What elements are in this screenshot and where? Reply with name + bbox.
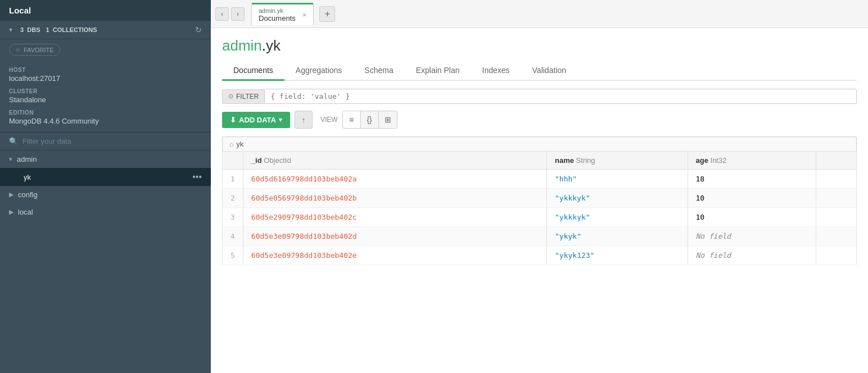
tab-aggregations[interactable]: Aggregations (284, 61, 354, 81)
connection-title: Local (0, 0, 211, 21)
table-row: 560d5e3e09798dd103beb402e"ykyk123"No fie… (223, 246, 857, 265)
star-icon: ☆ (15, 46, 21, 53)
filter-bar: ⊙ FILTER (222, 89, 857, 104)
cluster-row: CLUSTER Standalone (9, 88, 202, 104)
name-cell: "ykyk" (547, 227, 688, 246)
connection-info: HOST localhost:27017 CLUSTER Standalone … (0, 60, 211, 133)
extra-cell (816, 170, 856, 189)
content-area: admin.yk Documents Aggregations Schema E… (211, 28, 868, 373)
home-icon: ⌂ (229, 140, 233, 148)
extra-cell (816, 189, 856, 208)
nav-tabs: Documents Aggregations Schema Explain Pl… (222, 61, 857, 81)
name-column-header: name String (547, 152, 688, 170)
name-cell: "ykkkyk" (547, 208, 688, 227)
age-cell: No field (688, 246, 816, 265)
forward-button[interactable]: › (231, 7, 245, 21)
table-row: 360d5e2909798dd103beb402c"ykkkyk"10 (223, 208, 857, 227)
name-cell: "ykkkyk" (547, 189, 688, 208)
chevron-right-icon: ▶ (9, 208, 13, 216)
row-number: 4 (223, 227, 243, 246)
active-tab[interactable]: admin.yk Documents × (251, 3, 314, 25)
documents-table: _id ObjectId name String age Int32 160d5… (222, 151, 857, 265)
search-icon: 🔍 (9, 137, 18, 145)
table-view-button[interactable]: ⊞ (379, 111, 397, 128)
table-row: 460d5e3e09798dd103beb402d"ykyk"No field (223, 227, 857, 246)
filter-button[interactable]: ⊙ FILTER (222, 89, 265, 104)
host-row: HOST localhost:27017 (9, 67, 202, 83)
tab-explain-plan[interactable]: Explain Plan (405, 61, 471, 81)
sidebar: Local ▾ 3 DBS 1 COLLECTIONS ↻ ☆ FAVORITE… (0, 0, 211, 373)
id-cell[interactable]: 60d5e3e09798dd103beb402e (243, 246, 546, 265)
more-icon[interactable]: ••• (192, 172, 202, 182)
row-number: 3 (223, 208, 243, 227)
list-view-button[interactable]: ≡ (343, 111, 361, 128)
filter-icon: ⊙ (228, 93, 233, 100)
id-cell[interactable]: 60d5e2909798dd103beb402c (243, 208, 546, 227)
expand-icon[interactable]: ▾ (9, 26, 12, 34)
edition-row: EDITION MongoDB 4.4.6 Community (9, 110, 202, 125)
extra-column-header (816, 152, 856, 170)
age-cell: 10 (688, 208, 816, 227)
sidebar-stats: ▾ 3 DBS 1 COLLECTIONS ↻ (0, 21, 211, 39)
favorite-button[interactable]: ☆ FAVORITE (9, 44, 60, 56)
filter-query-input[interactable] (265, 89, 857, 104)
refresh-button[interactable]: ↻ (195, 25, 202, 34)
dropdown-arrow-icon: ▾ (279, 116, 282, 124)
name-cell: "hhh" (547, 170, 688, 189)
close-tab-button[interactable]: × (302, 11, 307, 19)
id-cell[interactable]: 60d5e3e09798dd103beb402d (243, 227, 546, 246)
table-row: 160d5d6169798dd103beb402a"hhh"18 (223, 170, 857, 189)
view-toggle: ≡ {} ⊞ (342, 111, 397, 129)
extra-cell (816, 208, 856, 227)
tab-indexes[interactable]: Indexes (471, 61, 521, 81)
download-icon: ⬇ (230, 116, 236, 124)
id-column-header: _id ObjectId (243, 152, 546, 170)
sidebar-item-config[interactable]: ▶ config (0, 186, 211, 203)
row-num-header (223, 152, 243, 170)
tab-bar: ‹ › admin.yk Documents × + (211, 0, 868, 28)
filter-input[interactable] (22, 137, 202, 145)
id-cell[interactable]: 60d5d6169798dd103beb402a (243, 170, 546, 189)
tab-documents[interactable]: Documents (222, 61, 284, 81)
age-column-header: age Int32 (688, 152, 816, 170)
row-number: 2 (223, 189, 243, 208)
table-row: 260d5e0569798dd103beb402b"ykkkyk"10 (223, 189, 857, 208)
table-header-row: _id ObjectId name String age Int32 (223, 152, 857, 170)
export-button[interactable]: ↑ (295, 111, 313, 129)
namespace-tab[interactable]: ⌂ yk (222, 137, 857, 151)
export-icon: ↑ (302, 116, 306, 124)
chevron-right-icon: ▶ (9, 191, 13, 198)
tab-validation[interactable]: Validation (521, 61, 577, 81)
json-view-button[interactable]: {} (361, 111, 379, 128)
age-cell: 18 (688, 170, 816, 189)
id-cell[interactable]: 60d5e0569798dd103beb402b (243, 189, 546, 208)
row-number: 1 (223, 170, 243, 189)
new-tab-button[interactable]: + (319, 6, 335, 22)
extra-cell (816, 246, 856, 265)
chevron-down-icon: ▾ (9, 156, 12, 163)
name-cell: "ykyk123" (547, 246, 688, 265)
dbs-stat: 3 DBS (20, 26, 40, 33)
sidebar-item-local[interactable]: ▶ local (0, 203, 211, 221)
collection-title: admin.yk (222, 37, 857, 54)
sidebar-item-admin[interactable]: ▾ admin (0, 151, 211, 168)
main-content: ‹ › admin.yk Documents × + admin.yk Docu… (211, 0, 868, 373)
back-button[interactable]: ‹ (215, 7, 229, 21)
tab-schema[interactable]: Schema (353, 61, 404, 81)
extra-cell (816, 227, 856, 246)
sidebar-filter-row: 🔍 (0, 133, 211, 151)
age-cell: 10 (688, 189, 816, 208)
sidebar-item-yk[interactable]: yk ••• (0, 168, 211, 186)
collections-stat: 1 COLLECTIONS (46, 26, 97, 33)
age-cell: No field (688, 227, 816, 246)
row-number: 5 (223, 246, 243, 265)
toolbar: ⬇ ADD DATA ▾ ↑ VIEW ≡ {} ⊞ (222, 111, 857, 129)
add-data-button[interactable]: ⬇ ADD DATA ▾ (222, 112, 290, 128)
databases-list: ▾ admin yk ••• ▶ config ▶ local (0, 151, 211, 221)
